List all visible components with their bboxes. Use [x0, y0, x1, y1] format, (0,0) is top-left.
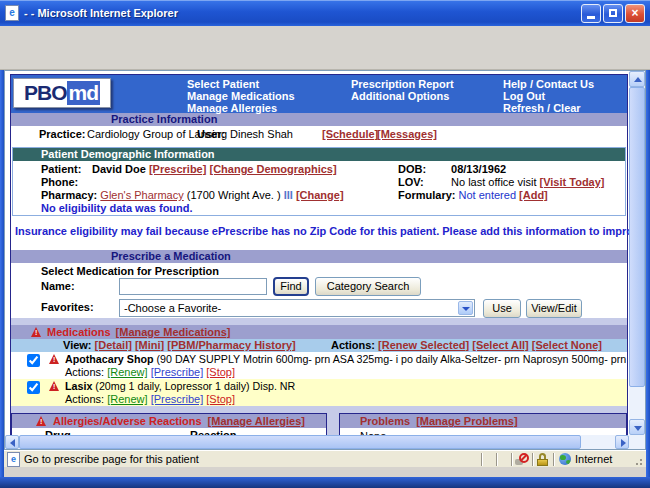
medication-name-input[interactable]: [119, 278, 267, 295]
nav-log-out[interactable]: Log Out: [503, 90, 594, 102]
favorites-select[interactable]: -Choose a Favorite-: [119, 299, 475, 317]
problems-title: Problems: [360, 415, 410, 427]
patient-demographics-body: Patient: David Doe [Prescribe] [Change D…: [13, 161, 625, 215]
formulary-line: Formulary: Not entered [Add]: [398, 189, 548, 201]
window-frame-bottom: [0, 477, 650, 488]
arrow-right-icon: [621, 439, 626, 447]
manage-allergies-link[interactable]: [Manage Allergies]: [208, 415, 305, 427]
view-mini-link[interactable]: [Mini]: [135, 339, 164, 351]
visit-today-link[interactable]: [Visit Today]: [540, 176, 605, 188]
pharmacy-link[interactable]: Glen's Pharmacy: [100, 189, 183, 201]
nav-column-2: Prescription Report Additional Options: [351, 78, 454, 102]
renew-selected-link[interactable]: [Renew Selected]: [378, 339, 469, 351]
renew-link[interactable]: [Renew]: [107, 393, 147, 405]
window-title: - - Microsoft Internet Explorer: [24, 7, 579, 19]
maximize-icon: [609, 9, 617, 17]
patient-name: David Doe: [92, 163, 146, 175]
medication-actions: Actions: [Renew] [Prescribe] [Stop]: [65, 366, 235, 378]
spacer: [11, 406, 627, 413]
privacy-segment[interactable]: [511, 453, 532, 466]
app-header: PBOmd Select Patient Manage Medications …: [11, 75, 627, 113]
view-edit-button[interactable]: View/Edit: [526, 299, 582, 318]
resize-grip[interactable]: [633, 453, 643, 466]
nav-additional-options[interactable]: Additional Options: [351, 90, 454, 102]
logo-text-md: md: [67, 81, 101, 105]
use-button[interactable]: Use: [483, 299, 521, 318]
patient-demographics-section: Patient Demographic Information Patient:…: [12, 147, 626, 216]
scroll-left-button[interactable]: [5, 435, 19, 449]
medication-description: Lasix (20mg 1 daily, Lopressor 1 daily) …: [65, 380, 295, 392]
medication-checkbox[interactable]: [27, 354, 40, 367]
medication-row: Lasix (20mg 1 daily, Lopressor 1 daily) …: [11, 379, 627, 406]
close-icon: ×: [631, 7, 638, 19]
dropdown-arrow-icon[interactable]: [458, 301, 473, 315]
warning-icon: [49, 381, 60, 391]
problems-bar: Problems [Manage Problems]: [340, 414, 626, 428]
vertical-scrollbar-thumb[interactable]: [629, 87, 645, 387]
medication-checkbox[interactable]: [27, 381, 40, 394]
horizontal-scrollbar[interactable]: [5, 435, 629, 449]
nav-refresh-clear[interactable]: Refresh / Clear: [503, 102, 594, 114]
renew-link[interactable]: [Renew]: [107, 366, 147, 378]
scroll-up-button[interactable]: [629, 71, 645, 87]
close-button[interactable]: ×: [625, 4, 645, 23]
allergies-panel: Allergies/Adverse Reactions [Manage Alle…: [11, 413, 327, 435]
change-demographics-link[interactable]: [Change Demographics]: [209, 163, 336, 175]
stop-link[interactable]: [Stop]: [206, 393, 235, 405]
favorites-selected-value: -Choose a Favorite-: [124, 302, 221, 314]
window-bottom-area: [4, 467, 646, 477]
medications-view-row: View: [Detail] [Mini] [PBM/Pharmacy Hist…: [11, 339, 627, 352]
ie-icon: [5, 5, 19, 21]
medication-detail: (90 DAY SUPPLY Motrin 600mg- prn ASA 325…: [156, 353, 629, 365]
view-label: View:: [63, 339, 92, 351]
lov-line: LOV: No last office visit [Visit Today]: [398, 176, 605, 188]
no-entry-icon: [519, 453, 529, 463]
select-none-link[interactable]: [Select None]: [532, 339, 602, 351]
actions-label: Actions:: [331, 339, 375, 351]
status-segment: [496, 453, 511, 466]
pharmacy-capability-flags: III: [284, 189, 293, 201]
messages-link[interactable]: [Messages]: [377, 128, 437, 140]
schedule-link[interactable]: [Schedule]: [322, 128, 378, 140]
medication-name: Apothacary Shop: [65, 353, 153, 365]
scroll-down-button[interactable]: [629, 419, 645, 435]
manage-medications-link[interactable]: [Manage Medications]: [116, 326, 231, 338]
user-value: Dinesh Shah: [230, 128, 293, 140]
nav-help-contact[interactable]: Help / Contact Us: [503, 78, 594, 90]
status-bar: Go to prescribe page for this patient In…: [4, 450, 646, 467]
row-actions-label: Actions:: [65, 366, 104, 378]
select-all-link[interactable]: [Select All]: [472, 339, 528, 351]
pbomd-logo[interactable]: PBOmd: [13, 78, 111, 108]
prescribe-link[interactable]: [Prescribe]: [149, 163, 206, 175]
pbm-pharmacy-history-link[interactable]: [PBM/Pharmacy History]: [167, 339, 295, 351]
manage-problems-link[interactable]: [Manage Problems]: [416, 415, 517, 427]
view-detail-link[interactable]: [Detail]: [95, 339, 132, 351]
medication-row: Apothacary Shop (90 DAY SUPPLY Motrin 60…: [11, 352, 627, 379]
minimize-icon: [587, 16, 595, 19]
scroll-right-button[interactable]: [615, 435, 629, 449]
pharmacy-change-link[interactable]: [Change]: [296, 189, 344, 201]
nav-manage-medications[interactable]: Manage Medications: [187, 90, 295, 102]
prescribe-link[interactable]: [Prescribe]: [151, 366, 204, 378]
eligibility-message: No eligibility data was found.: [41, 202, 193, 214]
security-segment[interactable]: [532, 453, 553, 466]
formulary-value: Not entered: [459, 189, 516, 201]
user-label: User:: [197, 128, 225, 140]
minimize-button[interactable]: [581, 4, 601, 23]
vertical-scrollbar[interactable]: [629, 71, 645, 435]
pharmacy-label: Pharmacy:: [41, 189, 97, 201]
nav-manage-allergies[interactable]: Manage Allergies: [187, 102, 295, 114]
maximize-button[interactable]: [603, 4, 623, 23]
problems-panel: Problems [Manage Problems] None.: [339, 413, 627, 435]
stop-link[interactable]: [Stop]: [206, 366, 235, 378]
nav-select-patient[interactable]: Select Patient: [187, 78, 295, 90]
horizontal-scrollbar-thumb[interactable]: [19, 435, 581, 449]
category-search-button[interactable]: Category Search: [315, 277, 421, 296]
formulary-add-link[interactable]: [Add]: [519, 189, 548, 201]
prescribe-medication-bar: Prescribe a Medication: [11, 250, 627, 263]
prescribe-link[interactable]: [Prescribe]: [151, 393, 204, 405]
find-button[interactable]: Find: [273, 277, 309, 296]
medication-actions: Actions: [Renew] [Prescribe] [Stop]: [65, 393, 235, 405]
nav-prescription-report[interactable]: Prescription Report: [351, 78, 454, 90]
name-label: Name:: [41, 280, 75, 292]
